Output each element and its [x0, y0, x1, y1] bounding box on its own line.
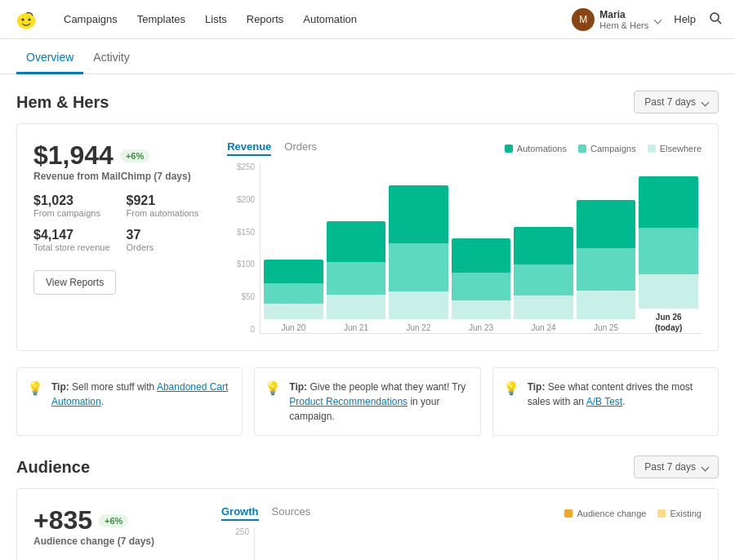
view-reports-button[interactable]: View Reports	[33, 270, 116, 295]
mailchimp-logo[interactable]	[13, 7, 39, 33]
bar-seg-campaigns	[577, 248, 636, 291]
bar-seg-elsewhere	[514, 296, 573, 319]
audience-top: +835 +6% Audience change (7 days) 450 11…	[33, 505, 702, 560]
metric-automations-val: $921 From automations	[127, 193, 203, 218]
bar-group: Jun 26(today)	[639, 176, 698, 333]
bar-seg-automations	[577, 200, 636, 248]
audience-chart-tab-sources[interactable]: Sources	[272, 505, 311, 521]
legend-dot-automations	[505, 144, 513, 153]
tip-text-1: Tip: Sell more stuff with Abandoned Cart…	[51, 380, 230, 409]
tip-icon-1: 💡	[27, 380, 43, 396]
avatar: M	[572, 8, 595, 31]
audience-title: Audience	[16, 458, 90, 477]
nav-templates[interactable]: Templates	[129, 8, 194, 30]
tip-card-1: 💡 Tip: Sell more stuff with Abandoned Ca…	[16, 367, 243, 436]
legend-dot-existing	[657, 509, 666, 518]
revenue-sub-label: Revenue from MailChimp (7 days)	[33, 171, 203, 182]
bar-group: Jun 24	[514, 227, 573, 333]
user-menu[interactable]: M Maria Hem & Hers	[572, 8, 661, 31]
audience-chart-tab-group: Growth Sources	[221, 505, 310, 521]
bar-group: Jun 20	[264, 260, 323, 333]
chart-legend: Automations Campaigns Elsewhere	[505, 144, 702, 153]
revenue-card: $1,944 +6% Revenue from MailChimp (7 day…	[16, 123, 719, 351]
bar-seg-elsewhere	[639, 274, 698, 309]
revenue-big-number: $1,944 +6%	[33, 140, 203, 171]
revenue-metrics: $1,023 From campaigns $921 From automati…	[33, 193, 203, 252]
bar-seg-automations	[264, 260, 323, 283]
nav-links: Campaigns Templates Lists Reports Automa…	[56, 8, 572, 30]
legend-dot-elsewhere	[648, 144, 656, 153]
revenue-time-range[interactable]: Past 7 days	[634, 91, 719, 113]
bar-seg-automations	[514, 227, 573, 264]
bar-seg-campaigns	[514, 264, 573, 296]
revenue-title: Hem & Hers	[16, 93, 109, 112]
y-axis-label: $50	[241, 292, 255, 301]
legend-campaigns: Campaigns	[578, 144, 636, 153]
tab-overview[interactable]: Overview	[16, 39, 83, 74]
y-axis-label: 0	[251, 325, 256, 334]
tip-card-2: 💡 Tip: Give the people what they want! T…	[254, 367, 480, 436]
audience-chart-area-inner	[254, 527, 702, 560]
audience-left: +835 +6% Audience change (7 days) 450 11…	[33, 505, 197, 560]
nav-lists[interactable]: Lists	[197, 8, 235, 30]
tip-text-2: Tip: Give the people what they want! Try…	[289, 380, 468, 424]
bar-group: Jun 22	[389, 185, 448, 333]
y-axis-label: $250	[237, 162, 255, 171]
tip-link-1[interactable]: Abandoned Cart Automation	[51, 381, 228, 407]
user-info: Maria Hem & Hers	[599, 9, 648, 30]
main-nav: Campaigns Templates Lists Reports Automa…	[0, 0, 735, 39]
tips-row: 💡 Tip: Sell more stuff with Abandoned Ca…	[16, 367, 719, 436]
audience-legend-change: Audience change	[564, 509, 646, 518]
bar-seg-campaigns	[389, 243, 448, 291]
legend-dot-campaigns	[578, 144, 586, 153]
tab-activity[interactable]: Activity	[83, 39, 139, 74]
tip-link-2[interactable]: Product Recommendations	[289, 396, 408, 407]
nav-reports[interactable]: Reports	[238, 8, 292, 30]
page-tabs: Overview Activity	[0, 39, 735, 74]
audience-chart-area: Growth Sources Audience change Existing	[221, 505, 702, 560]
bar-seg-elsewhere	[389, 291, 448, 319]
nav-campaigns[interactable]: Campaigns	[56, 8, 126, 30]
revenue-section-header: Hem & Hers Past 7 days	[16, 91, 719, 113]
chart-tab-group: Revenue Orders	[227, 140, 317, 156]
legend-dot-audience-change	[564, 509, 572, 518]
bar-seg-campaigns	[264, 283, 323, 304]
bar-label: Jun 25	[594, 322, 618, 333]
bar-seg-elsewhere	[452, 300, 511, 319]
y-axis-label: $150	[237, 228, 255, 237]
bar-seg-campaigns	[639, 228, 698, 274]
bar-seg-elsewhere	[327, 295, 386, 319]
bar-seg-campaigns	[452, 273, 511, 300]
bar-group: Jun 21	[327, 221, 386, 333]
bar-label: Jun 26(today)	[655, 312, 682, 333]
chevron-down-icon	[653, 13, 661, 25]
metric-store-revenue: $4,147 Total store revenue	[33, 228, 110, 252]
bar-label: Jun 21	[344, 322, 368, 333]
nav-right: M Maria Hem & Hers Help	[572, 8, 722, 31]
audience-chart-legend: Audience change Existing	[564, 509, 702, 518]
revenue-left: $1,944 +6% Revenue from MailChimp (7 day…	[33, 140, 203, 334]
tip-icon-2: 💡	[265, 380, 281, 396]
chart-tabs-row: Revenue Orders Automations Campaigns Els…	[227, 140, 702, 156]
bar-seg-automations	[639, 176, 698, 228]
nav-automation[interactable]: Automation	[295, 8, 365, 30]
search-icon[interactable]	[709, 11, 722, 27]
bar-seg-automations	[327, 221, 386, 262]
bar-chart: $250$200$150$100$500Jun 20Jun 21Jun 22Ju…	[227, 162, 702, 334]
svg-point-2	[21, 18, 24, 20]
chart-tab-revenue[interactable]: Revenue	[227, 140, 271, 156]
bar-group: Jun 23	[452, 238, 511, 333]
svg-point-1	[20, 13, 33, 24]
bar-seg-campaigns	[327, 262, 386, 295]
chart-tab-orders[interactable]: Orders	[284, 140, 317, 156]
metric-campaigns-val: $1,023 From campaigns	[33, 193, 110, 218]
help-link[interactable]: Help	[674, 13, 696, 25]
bar-group: Jun 25	[577, 200, 636, 333]
audience-chart-tab-growth[interactable]: Growth	[221, 505, 259, 521]
audience-y-label-250: 250	[235, 527, 249, 536]
audience-time-range[interactable]: Past 7 days	[634, 456, 719, 478]
audience-big-number: +835 +6%	[33, 505, 197, 536]
audience-chart-partial: 250 200	[221, 527, 702, 560]
y-axis-label: $200	[237, 195, 255, 204]
tip-link-3[interactable]: A/B Test	[586, 396, 622, 407]
